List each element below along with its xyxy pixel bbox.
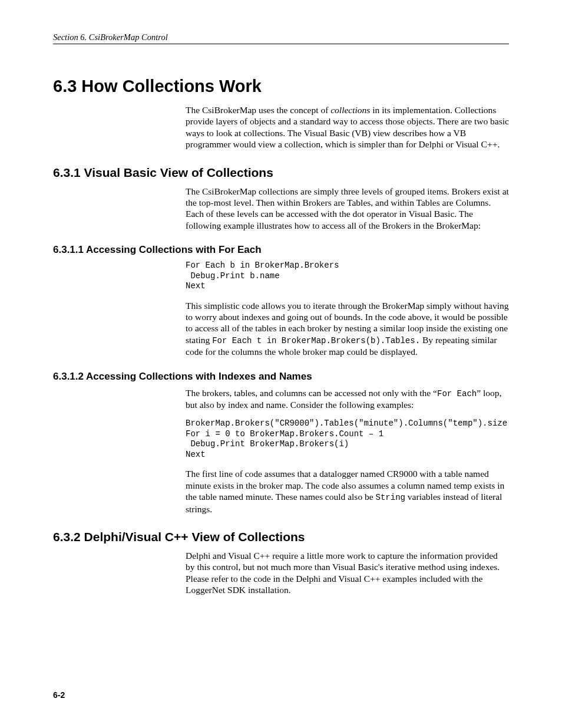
- block-6-3-1-2: The brokers, tables, and columns can be …: [186, 387, 509, 515]
- para-6-3-2: Delphi and Visual C++ require a little m…: [186, 550, 509, 596]
- inline-code: String: [376, 493, 405, 502]
- heading-6-3: 6.3 How Collections Work: [53, 77, 509, 96]
- text: The CsiBrokerMap uses the concept of: [186, 105, 330, 115]
- heading-6-3-1: 6.3.1 Visual Basic View of Collections: [53, 166, 509, 180]
- code-foreach: For Each b in BrokerMap.Brokers Debug.Pr…: [186, 261, 509, 292]
- heading-6-3-1-1: 6.3.1.1 Accessing Collections with For E…: [53, 244, 509, 256]
- code-index: BrokerMap.Brokers("CR9000").Tables("minu…: [186, 419, 509, 460]
- page: Section 6. CsiBrokerMap Control 6.3 How …: [0, 0, 562, 596]
- running-header: Section 6. CsiBrokerMap Control: [53, 32, 509, 44]
- text: Delphi and Visual C++ require a little m…: [186, 550, 509, 596]
- text: The CsiBrokerMap collections are simply …: [186, 186, 509, 232]
- block-6-3-1-1: For Each b in BrokerMap.Brokers Debug.Pr…: [186, 261, 509, 358]
- inline-code: For Each t in BrokerMap.Brokers(b).Table…: [212, 336, 420, 345]
- term-collections: collections: [330, 105, 370, 115]
- inline-code: For Each: [437, 389, 477, 398]
- heading-6-3-2: 6.3.2 Delphi/Visual C++ View of Collecti…: [53, 530, 509, 544]
- para-intro: The CsiBrokerMap uses the concept of col…: [186, 104, 509, 150]
- page-number: 6-2: [53, 690, 65, 700]
- para-6-3-1: The CsiBrokerMap collections are simply …: [186, 186, 509, 232]
- text: The brokers, tables, and columns can be …: [186, 388, 437, 398]
- heading-6-3-1-2: 6.3.1.2 Accessing Collections with Index…: [53, 371, 509, 383]
